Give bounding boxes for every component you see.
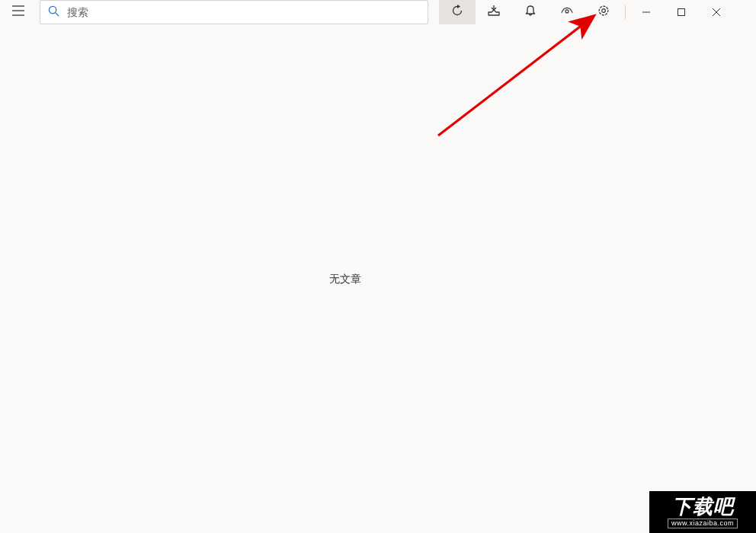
minimize-button[interactable]: [629, 0, 664, 24]
titlebar: [0, 0, 756, 24]
svg-point-5: [565, 10, 569, 13]
maximize-icon: [678, 5, 685, 19]
gear-icon: [597, 5, 610, 20]
svg-rect-9: [678, 9, 685, 16]
svg-point-6: [602, 9, 606, 13]
svg-line-4: [56, 12, 59, 15]
settings-button[interactable]: [585, 0, 622, 24]
svg-point-3: [49, 6, 56, 13]
search-box[interactable]: [40, 0, 428, 24]
hamburger-icon: [12, 5, 24, 19]
menu-button[interactable]: [0, 0, 37, 24]
eye-icon: [561, 5, 573, 20]
empty-message: 无文章: [329, 273, 361, 286]
minimize-icon: [642, 5, 650, 19]
search-input[interactable]: [67, 6, 420, 18]
bell-icon: [524, 5, 537, 20]
watermark: 下载吧 www.xiazaiba.com: [649, 491, 756, 533]
separator: [625, 5, 626, 19]
close-button[interactable]: [699, 0, 734, 24]
maximize-button[interactable]: [664, 0, 699, 24]
toolbar: [439, 0, 622, 24]
refresh-icon: [451, 5, 463, 20]
inbox-icon: [488, 5, 500, 20]
inbox-button[interactable]: [476, 0, 512, 24]
view-button[interactable]: [549, 0, 585, 24]
close-icon: [713, 5, 720, 19]
content-area: 无文章: [0, 24, 756, 533]
notifications-button[interactable]: [512, 0, 549, 24]
watermark-brand: 下载吧: [672, 496, 734, 516]
search-icon: [48, 5, 59, 20]
watermark-url: www.xiazaiba.com: [668, 519, 738, 528]
refresh-button[interactable]: [439, 0, 476, 24]
